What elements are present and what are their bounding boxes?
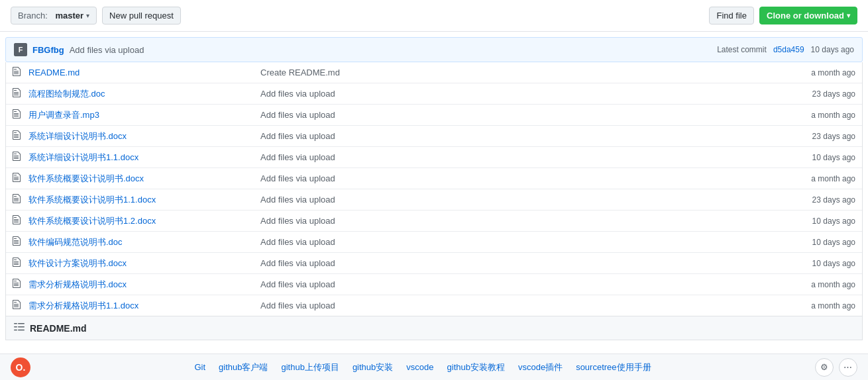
file-name[interactable]: 流程图绘制规范.doc [28, 88, 260, 100]
table-row: 软件设计方案说明书.docx Add files via upload 10 d… [6, 253, 862, 274]
file-time: 10 days ago [776, 153, 855, 162]
branch-name: master [55, 11, 83, 21]
file-commit-message: Add files via upload [260, 301, 776, 310]
file-name[interactable]: 软件系统概要设计说明书.docx [28, 173, 260, 185]
file-name[interactable]: 系统详细设计说明书1.1.docx [28, 152, 260, 164]
latest-commit-label: Latest commit [717, 45, 767, 54]
table-row: 流程图绘制规范.doc Add files via upload 23 days… [6, 83, 862, 105]
file-time: a month ago [776, 68, 855, 77]
find-file-button[interactable]: Find file [709, 7, 754, 24]
file-icon [13, 214, 25, 227]
file-commit-message: Add files via upload [260, 152, 776, 162]
file-icon [13, 193, 25, 206]
file-name[interactable]: 用户调查录音.mp3 [28, 109, 260, 121]
file-time: 23 days ago [776, 89, 855, 99]
file-icon [13, 236, 25, 248]
table-row: 系统详细设计说明书1.1.docx Add files via upload 1… [6, 147, 862, 168]
branch-caret-icon: ▾ [86, 12, 89, 19]
file-time: 10 days ago [776, 259, 855, 268]
file-name[interactable]: 软件系统概要设计说明书1.1.docx [28, 194, 260, 206]
readme-bar: README.md [5, 316, 863, 340]
file-commit-message: Add files via upload [260, 195, 776, 205]
table-row: 软件系统概要设计说明书.docx Add files via upload a … [6, 168, 862, 189]
svg-text:F: F [19, 46, 23, 54]
table-row: 软件编码规范说明书.doc Add files via upload 10 da… [6, 232, 862, 253]
file-name[interactable]: 软件设计方案说明书.docx [28, 258, 260, 269]
table-row: 需求分析规格说明书.docx Add files via upload a mo… [6, 274, 862, 295]
commit-bar: F FBGfbg Add files via upload Latest com… [5, 37, 863, 62]
file-name[interactable]: 软件系统概要设计说明书1.2.docx [28, 215, 260, 227]
file-name[interactable]: 软件编码规范说明书.doc [28, 236, 260, 248]
file-table: README.md Create README.md a month ago 流… [5, 62, 863, 316]
table-row: 系统详细设计说明书.docx Add files via upload 23 d… [6, 126, 862, 147]
file-icon [13, 109, 25, 121]
table-row: README.md Create README.md a month ago [6, 62, 862, 83]
commit-bar-right: Latest commit d5da459 10 days ago [717, 45, 854, 54]
file-commit-message: Add files via upload [260, 216, 776, 226]
file-commit-message: Add files via upload [260, 110, 776, 120]
file-commit-message: Add files via upload [260, 131, 776, 141]
clone-download-label: Clone or download [767, 11, 844, 21]
new-pull-request-button[interactable]: New pull request [102, 7, 181, 24]
file-icon [13, 151, 25, 164]
avatar: F [14, 43, 27, 56]
file-time: 23 days ago [776, 195, 855, 205]
file-commit-message: Create README.md [260, 68, 776, 77]
clone-download-button[interactable]: Clone or download ▾ [759, 7, 857, 24]
file-icon [13, 257, 25, 269]
file-time: a month ago [776, 280, 855, 289]
file-icon [13, 130, 25, 142]
file-time: a month ago [776, 301, 855, 310]
file-icon [13, 87, 25, 100]
toolbar-left: Branch: master ▾ New pull request [11, 7, 181, 24]
toolbar: Branch: master ▾ New pull request Find f… [0, 0, 868, 32]
file-time: a month ago [776, 111, 855, 120]
commit-hash[interactable]: d5da459 [773, 45, 804, 54]
file-icon [13, 172, 25, 185]
file-commit-message: Add files via upload [260, 258, 776, 268]
file-time: 10 days ago [776, 238, 855, 247]
commit-message: Add files via upload [70, 45, 144, 55]
file-time: 23 days ago [776, 132, 855, 141]
file-commit-message: Add files via upload [260, 173, 776, 183]
table-row: 软件系统概要设计说明书1.1.docx Add files via upload… [6, 189, 862, 211]
table-row: 需求分析规格说明书1.1.docx Add files via upload a… [6, 295, 862, 316]
toolbar-right: Find file Clone or download ▾ [709, 7, 857, 24]
commit-bar-left: F FBGfbg Add files via upload [14, 43, 144, 56]
file-name[interactable]: README.md [28, 68, 260, 77]
file-name[interactable]: 需求分析规格说明书.docx [28, 279, 260, 291]
readme-icon [14, 322, 25, 334]
readme-title: README.md [30, 323, 87, 334]
table-row: 用户调查录音.mp3 Add files via upload a month … [6, 105, 862, 126]
file-icon [13, 299, 25, 312]
file-icon [13, 278, 25, 291]
file-name[interactable]: 系统详细设计说明书.docx [28, 130, 260, 142]
commit-time: 10 days ago [811, 45, 854, 54]
file-name[interactable]: 需求分析规格说明书1.1.docx [28, 300, 260, 312]
file-time: 10 days ago [776, 216, 855, 226]
branch-selector[interactable]: Branch: master ▾ [11, 7, 97, 24]
branch-label: Branch: [18, 11, 48, 21]
table-row: 软件系统概要设计说明书1.2.docx Add files via upload… [6, 211, 862, 232]
clone-caret-icon: ▾ [847, 12, 850, 19]
file-commit-message: Add files via upload [260, 237, 776, 247]
commit-author[interactable]: FBGfbg [32, 45, 64, 55]
file-icon [13, 66, 25, 79]
file-commit-message: Add files via upload [260, 279, 776, 289]
file-commit-message: Add files via upload [260, 89, 776, 99]
file-time: a month ago [776, 174, 855, 183]
